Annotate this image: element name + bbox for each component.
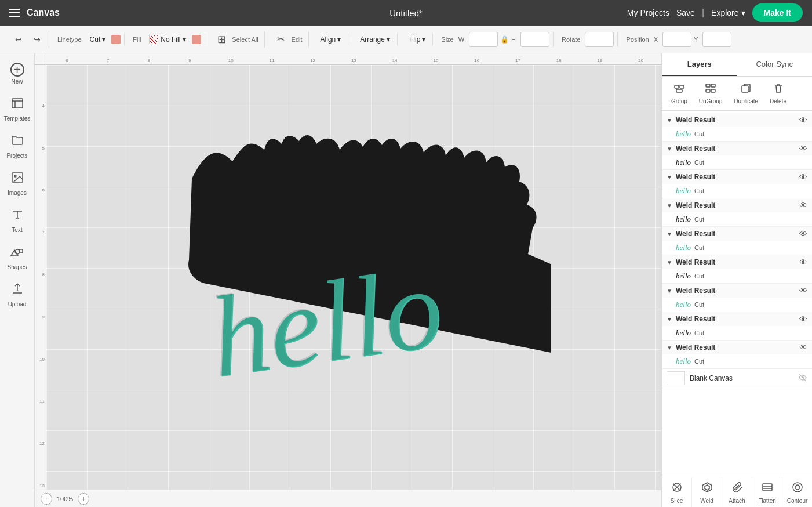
eye-icon-9[interactable]: 👁 xyxy=(799,343,807,352)
layer-child-7[interactable]: hello Cut xyxy=(662,298,812,312)
layer-child-9[interactable]: hello Cut xyxy=(662,354,812,368)
sidebar-item-projects[interactable]: Projects xyxy=(2,129,32,164)
upload-icon xyxy=(10,282,24,299)
edit-group: ✂ Edit xyxy=(270,31,309,48)
layer-header-6[interactable]: ▼ Weld Result 👁 xyxy=(662,255,812,269)
eye-icon-2[interactable]: 👁 xyxy=(799,144,807,153)
sidebar-item-new[interactable]: + New xyxy=(2,58,32,89)
sidebar-item-templates[interactable]: Templates xyxy=(2,92,32,126)
contour-label: Contour xyxy=(787,498,808,504)
eye-icon-8[interactable]: 👁 xyxy=(799,314,807,324)
hello-design[interactable]: hello hello xyxy=(157,132,551,388)
sidebar-item-upload[interactable]: Upload xyxy=(2,277,32,312)
right-panel: Layers Color Sync Group xyxy=(661,53,812,507)
slice-button[interactable]: Slice xyxy=(662,477,692,508)
sidebar-images-label: Images xyxy=(8,190,27,196)
canvas-area[interactable]: 6 7 8 9 10 11 12 13 14 15 16 17 18 19 20… xyxy=(35,53,661,507)
chevron-icon: ▼ xyxy=(667,259,672,266)
duplicate-button[interactable]: Duplicate xyxy=(729,80,763,107)
sidebar-item-shapes[interactable]: Shapes xyxy=(2,240,32,275)
layer-child-2[interactable]: hello Cut xyxy=(662,155,812,169)
explore-link[interactable]: Explore ▾ xyxy=(711,8,745,17)
width-input[interactable] xyxy=(469,32,498,47)
attach-button[interactable]: Attach xyxy=(722,477,752,508)
layer-title-8: Weld Result xyxy=(676,315,799,323)
layer-header-1[interactable]: ▼ Weld Result 👁 xyxy=(662,113,812,127)
height-label: H xyxy=(511,36,516,43)
rotate-input[interactable] xyxy=(585,32,614,47)
delete-button[interactable]: Delete xyxy=(765,80,791,107)
flip-select[interactable]: Flip ▾ xyxy=(406,34,429,45)
group-label: Group xyxy=(671,98,687,104)
sidebar-shapes-label: Shapes xyxy=(8,264,27,270)
eye-icon-5[interactable]: 👁 xyxy=(799,229,807,238)
blank-canvas-row[interactable]: Blank Canvas xyxy=(662,369,812,388)
linetype-select[interactable]: Cut ▾ xyxy=(86,34,110,45)
undo-button[interactable]: ↩ xyxy=(10,31,27,48)
contour-button[interactable]: Contour xyxy=(782,477,812,508)
lock-icon[interactable]: 🔒 xyxy=(500,35,509,44)
layer-header-2[interactable]: ▼ Weld Result 👁 xyxy=(662,142,812,155)
layer-title-9: Weld Result xyxy=(676,343,799,352)
layer-child-6[interactable]: hello Cut xyxy=(662,269,812,283)
edit-button[interactable]: ✂ xyxy=(273,31,289,48)
layer-child-5[interactable]: hello Cut xyxy=(662,241,812,255)
eye-icon-1[interactable]: 👁 xyxy=(799,115,807,125)
my-projects-link[interactable]: My Projects xyxy=(627,8,669,17)
eye-icon-6[interactable]: 👁 xyxy=(799,258,807,267)
layer-header-7[interactable]: ▼ Weld Result 👁 xyxy=(662,284,812,298)
eye-icon-3[interactable]: 👁 xyxy=(799,172,807,182)
nav-separator: | xyxy=(702,8,704,18)
layer-header-5[interactable]: ▼ Weld Result 👁 xyxy=(662,227,812,241)
eye-hidden-icon[interactable] xyxy=(798,373,807,384)
layer-header-4[interactable]: ▼ Weld Result 👁 xyxy=(662,198,812,212)
layer-child-1[interactable]: hello Cut xyxy=(662,127,812,141)
layer-cut-4: Cut xyxy=(694,216,704,223)
layer-child-4[interactable]: hello Cut xyxy=(662,212,812,226)
make-it-button[interactable]: Make It xyxy=(752,3,803,22)
linetype-color-swatch[interactable] xyxy=(111,35,121,44)
eye-icon-4[interactable]: 👁 xyxy=(799,201,807,210)
ungroup-button[interactable]: UnGroup xyxy=(694,80,727,107)
nav-right: My Projects Save | Explore ▾ Make It xyxy=(627,3,803,22)
hamburger-menu[interactable] xyxy=(9,9,20,17)
ruler-top: 6 7 8 9 10 11 12 13 14 15 16 17 18 19 20 xyxy=(46,53,661,65)
weld-icon xyxy=(701,481,713,497)
sidebar-projects-label: Projects xyxy=(6,153,27,159)
select-all-button[interactable]: ⊞ xyxy=(213,31,230,48)
layer-header-3[interactable]: ▼ Weld Result 👁 xyxy=(662,170,812,184)
fill-select[interactable]: No Fill ▾ xyxy=(145,33,190,46)
layer-header-8[interactable]: ▼ Weld Result 👁 xyxy=(662,312,812,326)
sidebar-templates-label: Templates xyxy=(4,115,31,122)
group-button[interactable]: Group xyxy=(667,80,692,107)
sidebar-item-images[interactable]: Images xyxy=(2,166,32,201)
layer-group-2: ▼ Weld Result 👁 hello Cut xyxy=(662,142,812,170)
chevron-icon: ▼ xyxy=(667,202,672,209)
zoom-in-button[interactable]: + xyxy=(78,493,89,505)
eye-icon-7[interactable]: 👁 xyxy=(799,286,807,295)
layer-group-8: ▼ Weld Result 👁 hello Cut xyxy=(662,312,812,341)
svg-rect-8 xyxy=(680,85,684,88)
zoom-out-button[interactable]: − xyxy=(41,493,52,505)
hello-thumb-3: hello xyxy=(676,186,691,195)
layer-child-3[interactable]: hello Cut xyxy=(662,184,812,198)
sidebar-item-text[interactable]: Text xyxy=(2,203,32,238)
tab-layers[interactable]: Layers xyxy=(662,53,737,76)
flatten-button[interactable]: Flatten xyxy=(752,477,782,508)
weld-button[interactable]: Weld xyxy=(692,477,722,508)
arrange-select[interactable]: Arrange ▾ xyxy=(356,34,394,45)
y-input[interactable] xyxy=(702,32,731,47)
align-select[interactable]: Align ▾ xyxy=(317,34,345,45)
svg-point-20 xyxy=(795,485,800,490)
layer-child-8[interactable]: hello Cut xyxy=(662,326,812,340)
canvas-background[interactable]: hello hello xyxy=(46,65,661,490)
redo-button[interactable]: ↪ xyxy=(29,31,45,48)
x-input[interactable] xyxy=(662,32,691,47)
layer-header-9[interactable]: ▼ Weld Result 👁 xyxy=(662,341,812,354)
save-link[interactable]: Save xyxy=(676,8,695,17)
delete-label: Delete xyxy=(770,98,786,104)
fill-color-swatch[interactable] xyxy=(192,35,201,44)
height-input[interactable] xyxy=(520,32,549,47)
tab-color-sync[interactable]: Color Sync xyxy=(737,53,813,76)
bottom-actions: Slice Weld Attach xyxy=(662,477,812,507)
